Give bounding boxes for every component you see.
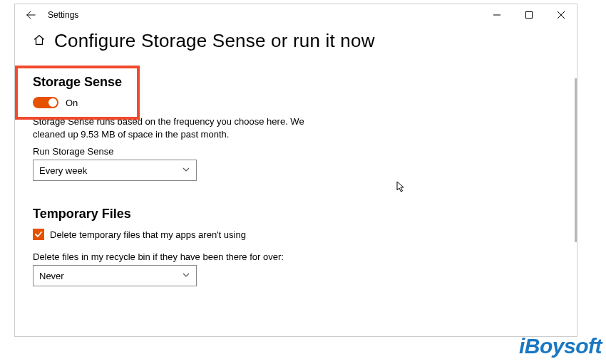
home-icon[interactable] [33,33,46,49]
run-storage-sense-label: Run Storage Sense [33,146,559,157]
delete-temp-checkbox-row: Delete temporary files that my apps aren… [33,229,559,240]
storage-sense-toggle[interactable] [33,97,58,108]
temporary-files-heading: Temporary Files [33,207,559,222]
content-area: Storage Sense On Storage Sense runs base… [15,75,577,337]
titlebar: Settings [15,4,577,26]
storage-sense-description: Storage Sense runs based on the frequenc… [33,115,325,140]
watermark-logo: iBoysoft [519,334,602,358]
settings-window: Settings Configure Storage Sense or run … [14,4,577,337]
checkmark-icon [34,230,43,239]
storage-sense-section: Storage Sense On Storage Sense runs base… [33,75,559,181]
close-icon [558,11,565,19]
run-storage-sense-dropdown[interactable]: Every week [33,160,197,181]
back-arrow-icon [26,10,36,20]
back-button[interactable] [25,10,36,20]
toggle-knob-icon [48,98,57,107]
storage-sense-toggle-label: On [66,98,78,108]
minimize-button[interactable] [481,4,513,26]
storage-sense-toggle-row: On [33,97,559,108]
close-button[interactable] [545,4,577,26]
storage-sense-heading: Storage Sense [33,75,559,90]
svg-rect-1 [525,12,532,19]
maximize-icon [525,11,533,19]
run-storage-sense-value: Every week [39,165,87,176]
temporary-files-section: Temporary Files Delete temporary files t… [33,207,559,286]
scrollbar-thumb[interactable] [575,78,577,242]
window-controls [481,4,577,26]
chevron-down-icon [182,271,190,281]
recycle-bin-value: Never [39,271,64,281]
chevron-down-icon [182,165,190,176]
maximize-button[interactable] [513,4,545,26]
highlight-annotation [15,66,140,120]
delete-temp-checkbox-label: Delete temporary files that my apps aren… [50,229,246,240]
delete-temp-checkbox[interactable] [33,229,44,240]
recycle-bin-dropdown[interactable]: Never [33,265,197,286]
page-header: Configure Storage Sense or run it now [15,26,577,52]
window-title: Settings [48,10,78,20]
recycle-bin-label: Delete files in my recycle bin if they h… [33,251,559,262]
page-title: Configure Storage Sense or run it now [54,30,375,52]
minimize-icon [493,11,500,19]
